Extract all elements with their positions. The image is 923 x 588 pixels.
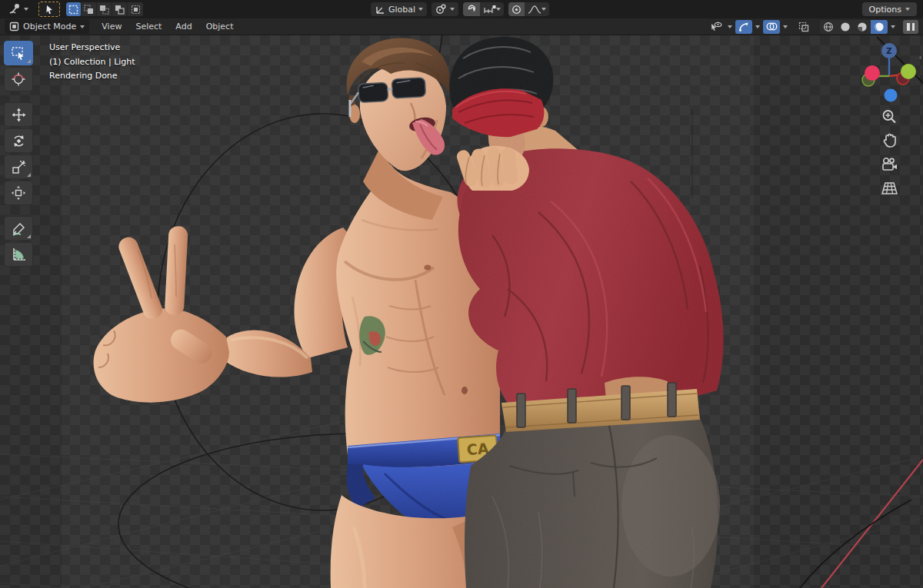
falloff-curve-icon bbox=[528, 5, 541, 15]
zoom-button[interactable] bbox=[879, 107, 899, 127]
tool-select-box[interactable] bbox=[4, 41, 33, 65]
chevron-down-icon bbox=[541, 8, 546, 11]
axis-x-ball bbox=[865, 65, 880, 81]
snap-toggle-button[interactable] bbox=[463, 2, 480, 16]
ortho-grid-button[interactable] bbox=[879, 178, 899, 198]
select-mode-set[interactable] bbox=[66, 2, 82, 16]
toolbar-gap bbox=[4, 207, 33, 214]
proportional-edit-toggle[interactable] bbox=[508, 2, 525, 16]
editor-type-icon bbox=[8, 3, 22, 15]
tool-move[interactable] bbox=[4, 102, 33, 127]
render-noise bbox=[62, 35, 754, 588]
chevron-down-icon[interactable] bbox=[783, 25, 788, 28]
proportional-editing-icon bbox=[511, 5, 521, 15]
select-mode-extend[interactable] bbox=[82, 2, 97, 16]
camera-view-button[interactable] bbox=[879, 154, 899, 174]
editor-type-button[interactable] bbox=[5, 2, 32, 17]
overlay-collection: (1) Collection | Light bbox=[49, 55, 135, 70]
nav-controls: Z bbox=[861, 40, 917, 198]
chevron-down-icon[interactable] bbox=[755, 25, 760, 28]
pause-icon bbox=[907, 23, 910, 31]
tool-annotate[interactable] bbox=[4, 216, 33, 241]
object-mode-icon bbox=[9, 22, 19, 32]
toolbar-gap bbox=[4, 93, 33, 101]
blender-window: Global bbox=[0, 0, 923, 588]
transform-icon bbox=[11, 185, 26, 201]
select-box-icon bbox=[12, 47, 25, 60]
mode-dropdown[interactable]: Object Mode bbox=[5, 19, 89, 34]
subtool-indicator bbox=[27, 234, 31, 238]
pan-button[interactable] bbox=[879, 131, 899, 151]
viewport-header: Object Mode View Select Add Object bbox=[0, 18, 923, 35]
snap-target-button[interactable] bbox=[480, 2, 504, 16]
menu-object[interactable]: Object bbox=[206, 22, 234, 32]
axis-neg-z-ball bbox=[885, 89, 898, 102]
chevron-down-icon[interactable] bbox=[891, 25, 895, 28]
tool-transform[interactable] bbox=[4, 181, 33, 205]
proportional-edit-group bbox=[508, 2, 549, 16]
shading-material-icon bbox=[857, 22, 868, 32]
gizmos-toggle[interactable] bbox=[735, 20, 752, 34]
shading-rendered-button[interactable] bbox=[871, 20, 888, 34]
tool-rotate[interactable] bbox=[4, 128, 33, 153]
chevron-down-icon bbox=[80, 25, 85, 28]
scale-icon bbox=[12, 160, 26, 174]
active-tool-button[interactable] bbox=[38, 2, 60, 17]
toolbar bbox=[4, 41, 33, 267]
tool-cursor[interactable] bbox=[4, 67, 33, 91]
viewport-menus: View Select Add Object bbox=[102, 22, 233, 32]
select-mode-intersect[interactable] bbox=[128, 2, 143, 16]
pause-icon bbox=[912, 23, 915, 31]
subtool-indicator bbox=[27, 173, 31, 177]
orientation-axes-icon bbox=[375, 5, 385, 15]
axis-z-label: Z bbox=[886, 47, 891, 55]
visibility-dropdown-button[interactable] bbox=[708, 20, 725, 34]
chevron-down-icon bbox=[24, 8, 28, 11]
rendered-scene: CA bbox=[0, 35, 923, 588]
overlays-toggle[interactable] bbox=[763, 20, 780, 34]
tool-measure[interactable] bbox=[4, 242, 33, 267]
select-mode-subtract[interactable] bbox=[97, 2, 112, 16]
active-tool-select-box-icon bbox=[43, 3, 55, 15]
menu-add[interactable]: Add bbox=[175, 22, 192, 32]
overlays-icon bbox=[766, 22, 778, 32]
options-button[interactable]: Options bbox=[862, 2, 917, 16]
proportional-falloff-button[interactable] bbox=[525, 2, 549, 16]
selectability-visibility-icon bbox=[710, 22, 722, 32]
pivot-point-dropdown[interactable] bbox=[432, 2, 458, 16]
transform-orientation-dropdown[interactable]: Global bbox=[371, 2, 427, 16]
topbar: Global bbox=[0, 0, 923, 18]
tool-scale[interactable] bbox=[4, 154, 33, 179]
sidebar-collapse-arrow[interactable]: ‹ bbox=[919, 52, 922, 62]
menu-select[interactable]: Select bbox=[135, 22, 162, 32]
chevron-down-icon bbox=[496, 8, 501, 11]
pan-hand-icon bbox=[881, 132, 898, 149]
pivot-point-icon bbox=[435, 4, 447, 15]
orientation-gizmo[interactable]: Z bbox=[861, 40, 917, 103]
shading-material-button[interactable] bbox=[854, 20, 871, 34]
gizmos-icon bbox=[738, 22, 749, 32]
viewport-canvas[interactable]: CA bbox=[0, 35, 923, 588]
pause-render-button[interactable] bbox=[903, 20, 918, 34]
chevron-down-icon bbox=[905, 8, 910, 11]
shading-group bbox=[820, 20, 888, 34]
chevron-down-icon bbox=[450, 8, 455, 11]
cursor-icon bbox=[11, 71, 26, 87]
shading-solid-button[interactable] bbox=[837, 20, 854, 34]
overlay-render-status: Rendering Done bbox=[49, 69, 135, 84]
menu-view[interactable]: View bbox=[102, 22, 122, 32]
select-mode-group bbox=[66, 2, 143, 16]
subtool-indicator bbox=[27, 59, 31, 63]
chevron-down-icon[interactable] bbox=[728, 25, 732, 28]
camera-view-icon bbox=[881, 157, 898, 173]
shading-wireframe-button[interactable] bbox=[820, 20, 837, 34]
options-label: Options bbox=[869, 5, 901, 15]
select-mode-invert[interactable] bbox=[112, 2, 128, 16]
xray-toggle[interactable] bbox=[795, 20, 812, 34]
viewport-overlay-text: User Perspective (1) Collection | Light … bbox=[49, 41, 135, 84]
chevron-down-icon bbox=[418, 8, 423, 11]
snapping-group bbox=[463, 2, 504, 16]
shading-solid-icon bbox=[840, 22, 851, 32]
axis-y-ball bbox=[901, 64, 916, 79]
shading-rendered-icon bbox=[874, 22, 885, 32]
